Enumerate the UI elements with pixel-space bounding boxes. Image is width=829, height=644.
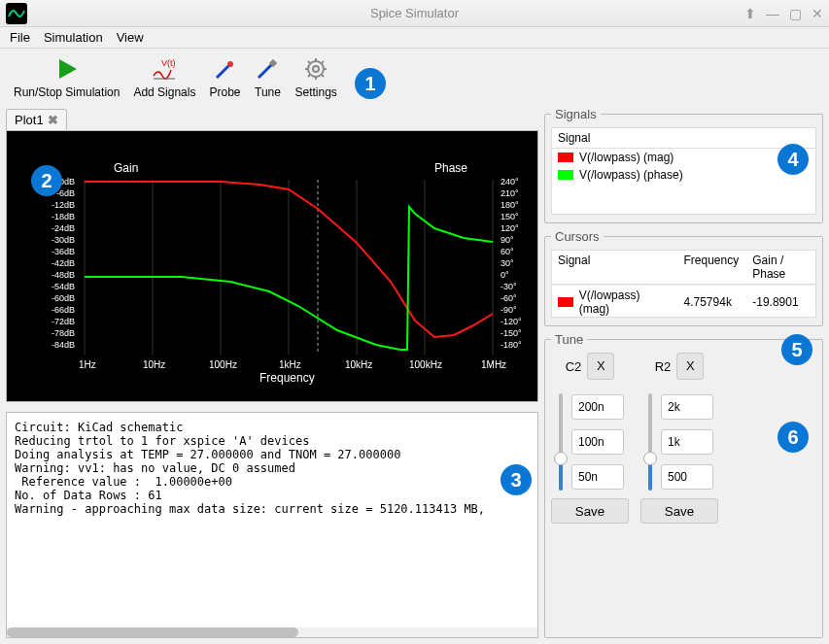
signal-color-swatch (558, 170, 573, 180)
svg-text:-30°: -30° (501, 282, 517, 291)
annotation-badge-5: 5 (781, 334, 812, 365)
svg-text:210°: 210° (501, 188, 519, 198)
svg-text:-48dB: -48dB (52, 270, 75, 280)
svg-text:30°: 30° (501, 258, 514, 268)
tune-max-input[interactable] (661, 394, 713, 420)
tune-button[interactable]: Tune (250, 54, 285, 101)
svg-text:150°: 150° (501, 212, 519, 221)
svg-text:-84dB: -84dB (52, 340, 75, 350)
svg-line-13 (322, 61, 324, 63)
gain-axis-label: Gain (114, 161, 138, 175)
pin-icon[interactable]: ⬆ (744, 6, 756, 21)
tune-remove-button[interactable]: X (676, 353, 704, 380)
toolbar: Run/Stop Simulation V(t) Add Signals Pro… (0, 49, 829, 107)
svg-text:-66dB: -66dB (52, 305, 75, 315)
svg-point-5 (313, 66, 319, 72)
app-icon (6, 3, 27, 24)
svg-text:1Hz: 1Hz (79, 359, 96, 370)
maximize-icon[interactable]: ▢ (789, 6, 802, 21)
settings-button[interactable]: Settings (291, 54, 340, 101)
tune-slider[interactable] (645, 393, 655, 491)
svg-text:-180°: -180° (501, 340, 522, 350)
svg-text:60°: 60° (501, 247, 514, 256)
svg-text:-72dB: -72dB (52, 317, 75, 326)
svg-text:-24dB: -24dB (52, 223, 75, 233)
svg-point-2 (227, 61, 233, 67)
cursors-header-gp[interactable]: Gain / Phase (746, 251, 815, 284)
svg-text:-18dB: -18dB (52, 212, 75, 221)
add-signals-button[interactable]: V(t) Add Signals (129, 54, 199, 101)
play-icon (53, 56, 81, 82)
plot-area[interactable]: Gain Phase Frequency 1Hz 10Hz 100Hz 1kHz… (6, 130, 538, 402)
svg-text:-150°: -150° (501, 328, 522, 338)
menu-view[interactable]: View (117, 30, 144, 45)
svg-line-11 (322, 75, 324, 77)
svg-text:-60°: -60° (501, 293, 517, 303)
cursors-panel: Cursors Signal Frequency Gain / Phase V(… (544, 229, 823, 326)
tune-min-input[interactable] (571, 464, 624, 490)
tune-save-button[interactable]: Save (551, 498, 629, 524)
svg-text:-30dB: -30dB (52, 235, 75, 245)
svg-text:-42dB: -42dB (52, 258, 75, 268)
svg-text:90°: 90° (501, 235, 514, 245)
probe-button[interactable]: Probe (205, 54, 244, 101)
svg-text:100kHz: 100kHz (409, 359, 442, 370)
x-axis-label: Frequency (259, 371, 315, 385)
svg-text:-54dB: -54dB (52, 282, 75, 291)
tune-component-label: R2 (655, 359, 672, 374)
gear-icon (302, 56, 329, 82)
annotation-badge-2: 2 (31, 165, 62, 196)
add-signals-icon: V(t) (151, 56, 178, 82)
signal-row[interactable]: V(/lowpass) (mag) (552, 149, 815, 166)
svg-text:-60dB: -60dB (52, 293, 75, 303)
minimize-icon[interactable]: ― (766, 6, 779, 21)
svg-text:-12dB: -12dB (52, 200, 75, 210)
log-scrollbar[interactable] (7, 627, 537, 637)
plot-svg: Gain Phase Frequency 1Hz 10Hz 100Hz 1kHz… (7, 131, 538, 401)
svg-text:-120°: -120° (501, 317, 522, 326)
run-stop-button[interactable]: Run/Stop Simulation (10, 54, 123, 101)
tune-component-c2: C2 X Save (551, 353, 629, 524)
tune-value-input[interactable] (571, 429, 624, 455)
tune-min-input[interactable] (661, 464, 713, 490)
tune-icon (254, 56, 281, 82)
svg-text:10kHz: 10kHz (345, 359, 372, 370)
svg-text:-36dB: -36dB (52, 247, 75, 256)
svg-text:-78dB: -78dB (52, 328, 75, 338)
cursors-header-freq[interactable]: Frequency (678, 251, 747, 284)
svg-point-4 (308, 61, 324, 77)
signal-row[interactable]: V(/lowpass) (phase) (552, 166, 815, 184)
svg-text:120°: 120° (501, 223, 519, 233)
svg-text:100Hz: 100Hz (209, 359, 237, 370)
probe-icon (211, 56, 238, 82)
close-icon[interactable]: ✕ (812, 6, 823, 21)
cursors-header-signal[interactable]: Signal (552, 251, 678, 284)
cursor-color-swatch (558, 297, 573, 307)
svg-text:1kHz: 1kHz (279, 359, 301, 370)
close-tab-icon[interactable]: ✖ (48, 113, 58, 127)
svg-text:-90°: -90° (501, 305, 517, 315)
svg-marker-0 (59, 59, 77, 79)
window-controls: ⬆ ― ▢ ✕ (744, 6, 823, 21)
titlebar: Spice Simulator ⬆ ― ▢ ✕ (0, 0, 829, 27)
tune-max-input[interactable] (571, 394, 624, 420)
annotation-badge-3: 3 (501, 464, 532, 495)
svg-text:0°: 0° (501, 270, 509, 280)
tune-remove-button[interactable]: X (587, 353, 614, 380)
menu-file[interactable]: File (10, 30, 30, 45)
svg-line-12 (308, 75, 310, 77)
svg-text:180°: 180° (501, 200, 519, 210)
tune-value-input[interactable] (661, 429, 713, 455)
menu-simulation[interactable]: Simulation (44, 30, 103, 45)
signals-header-signal[interactable]: Signal (552, 128, 815, 148)
tab-plot1[interactable]: Plot1 ✖ (6, 109, 67, 130)
phase-axis-label: Phase (434, 161, 467, 175)
tune-component-r2: R2 X Save (640, 353, 718, 524)
cursor-row[interactable]: V(/lowpass) (mag) 4.75794k -19.8901 (552, 285, 815, 319)
menubar: File Simulation View (0, 27, 829, 49)
annotation-badge-4: 4 (777, 144, 809, 175)
svg-text:240°: 240° (501, 177, 519, 186)
log-output[interactable]: Circuit: KiCad schematic Reducing trtol … (6, 412, 538, 638)
tune-save-button[interactable]: Save (640, 498, 718, 524)
tune-slider[interactable] (556, 393, 566, 491)
